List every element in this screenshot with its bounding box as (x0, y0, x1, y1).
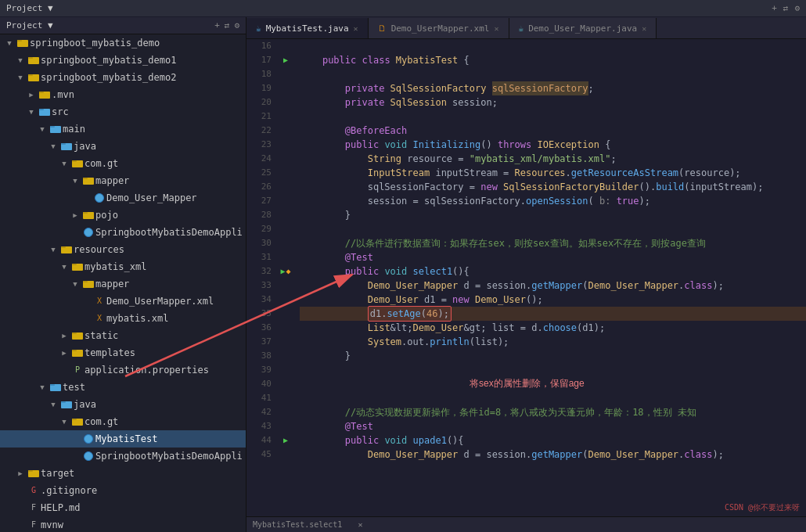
run-icon[interactable]: ▶ (280, 264, 285, 279)
tree-item-6[interactable]: ▼java (0, 138, 246, 155)
tab-close-xml[interactable]: ✕ (494, 24, 498, 33)
tree-item-25[interactable]: ▶target (0, 465, 246, 482)
tree-item-11[interactable]: SpringbootMybatisDemoApplicat... (0, 224, 246, 241)
line-number-34: 34 (246, 293, 278, 307)
tree-item-22[interactable]: ▼com.gt (0, 413, 246, 430)
gutter-26[interactable] (278, 180, 293, 194)
gutter-23[interactable] (278, 138, 293, 152)
gutter-38[interactable] (278, 349, 293, 363)
gutter-27[interactable] (278, 194, 293, 208)
tree-label-3: .mvn (52, 86, 74, 103)
gutter-28[interactable] (278, 208, 293, 222)
top-bar-title[interactable]: Project ▼ (6, 3, 53, 13)
gutter-36[interactable] (278, 321, 293, 335)
tree-item-5[interactable]: ▼main (0, 120, 246, 138)
gutter-40[interactable] (278, 377, 293, 391)
tree-item-12[interactable]: ▼resources (0, 241, 246, 258)
gutter-16[interactable] (278, 39, 293, 53)
gutter-35[interactable] (278, 307, 293, 321)
tree-item-15[interactable]: XDemo_UserMapper.xml (0, 293, 246, 310)
gutter-30[interactable] (278, 236, 293, 250)
tree-item-20[interactable]: ▼test (0, 379, 246, 396)
line-number-28: 28 (246, 208, 278, 222)
line-number-40: 40 (246, 377, 278, 391)
svg-rect-19 (83, 212, 88, 214)
gutter-39[interactable] (278, 363, 293, 377)
code-line-23: public void Initializing() throws IOExce… (300, 138, 806, 152)
tree-item-2[interactable]: ▼springboot_mybatis_demo2 (0, 69, 246, 86)
tree-item-27[interactable]: FHELP.md (0, 499, 246, 516)
gutter-31[interactable] (278, 250, 293, 264)
svg-rect-23 (72, 264, 77, 265)
gutter-41[interactable] (278, 391, 293, 405)
tree-icon-26: G (27, 482, 41, 499)
line-number-35: 35 (246, 307, 278, 321)
tree-item-13[interactable]: ▼mybatis_xml (0, 258, 246, 275)
tree-arrow-17: ▶ (58, 327, 70, 344)
tree-item-7[interactable]: ▼com.gt (0, 155, 246, 172)
gutter-37[interactable] (278, 335, 293, 349)
tree-item-23[interactable]: MybatisTest (0, 430, 246, 448)
tree-item-8[interactable]: ▼mapper (0, 172, 246, 189)
gutter-22[interactable] (278, 124, 293, 138)
tree-arrow-2: ▼ (14, 69, 27, 86)
gutter-45[interactable] (278, 448, 293, 462)
gutter-17[interactable]: ▶ (278, 53, 293, 67)
gear-icon[interactable]: ⚙ (794, 3, 800, 13)
code-area[interactable]: 1617181920212223242526272829303132333435… (246, 39, 806, 516)
breakpoint-icon[interactable]: ◆ (286, 264, 291, 279)
tree-item-10[interactable]: ▶pojo (0, 207, 246, 224)
tree-item-19[interactable]: Papplication.properties (0, 361, 246, 379)
gutter-24[interactable] (278, 152, 293, 166)
tree-item-18[interactable]: ▶templates (0, 344, 246, 361)
line-number-33: 33 (246, 279, 278, 293)
line-number-45: 45 (246, 448, 278, 462)
gutter-29[interactable] (278, 222, 293, 236)
gutter-33[interactable] (278, 279, 293, 293)
line-number-19: 19 (246, 81, 278, 95)
tree-item-9[interactable]: Demo_User_Mapper (0, 189, 246, 207)
tree-item-24[interactable]: SpringbootMybatisDemoApplicat... (0, 448, 246, 465)
tab-demousermapper-java[interactable]: ☕ Demo_User_Mapper.java ✕ (509, 18, 657, 38)
run-icon[interactable]: ▶ (283, 53, 288, 67)
gutter-18[interactable] (278, 67, 293, 81)
tab-label-demousermapper-java: Demo_User_Mapper.java (528, 23, 637, 34)
tree-arrow-12: ▼ (47, 241, 59, 258)
tab-close-mybatistest[interactable]: ✕ (354, 24, 358, 33)
gutter-20[interactable] (278, 95, 293, 110)
code-line-20: private SqlSession session; (300, 95, 806, 110)
tree-item-0[interactable]: ▼springboot_mybatis_demo (0, 34, 246, 52)
tree-item-3[interactable]: ▶.mvn (0, 86, 246, 103)
gutter-32[interactable]: ▶◆ (278, 264, 293, 279)
tree-item-1[interactable]: ▼springboot_mybatis_demo1 (0, 52, 246, 69)
tree-icon-20 (49, 382, 63, 393)
tab-demousermapper-xml[interactable]: 🗋 Demo_UserMapper.xml ✕ (369, 18, 509, 38)
add-icon[interactable]: + (772, 3, 777, 13)
sidebar-icon-sync[interactable]: ⇄ (225, 20, 230, 31)
sidebar-icon-gear[interactable]: ⚙ (234, 20, 239, 31)
gutter-34[interactable] (278, 293, 293, 307)
gutter-42[interactable] (278, 405, 293, 419)
tree-item-21[interactable]: ▼java (0, 396, 246, 413)
gutter-21[interactable] (278, 110, 293, 124)
tree-arrow-14: ▼ (69, 275, 81, 293)
gutter-19[interactable] (278, 81, 293, 95)
tree-item-14[interactable]: ▼mapper (0, 275, 246, 293)
tree-label-19: application.properties (85, 361, 209, 379)
gutter-44[interactable]: ▶ (278, 433, 293, 448)
tab-mybatistest[interactable]: ☕ MybatisTest.java ✕ (246, 18, 369, 38)
sidebar-icon-plus[interactable]: + (214, 20, 220, 31)
gutter-43[interactable] (278, 419, 293, 433)
tab-close-java2[interactable]: ✕ (642, 24, 646, 33)
run-icon[interactable]: ▶ (283, 433, 288, 448)
line-number-29: 29 (246, 222, 278, 236)
sync-icon[interactable]: ⇄ (783, 3, 789, 13)
tree-item-28[interactable]: Fmvnw (0, 516, 246, 532)
tree-item-16[interactable]: Xmybatis.xml (0, 310, 246, 327)
line-number-25: 25 (246, 166, 278, 180)
gutter-25[interactable] (278, 166, 293, 180)
bottom-close[interactable]: ✕ (358, 520, 362, 529)
tree-item-17[interactable]: ▶static (0, 327, 246, 344)
tree-item-4[interactable]: ▼src (0, 103, 246, 120)
tree-item-26[interactable]: G.gitignore (0, 482, 246, 499)
